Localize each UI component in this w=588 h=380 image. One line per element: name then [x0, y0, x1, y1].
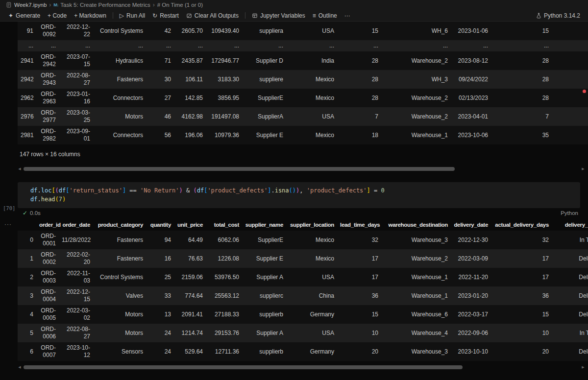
- table-cell: 17: [491, 268, 552, 286]
- scroll-right-arrow[interactable]: ▶: [580, 166, 586, 172]
- table-cell: Fasteners: [93, 70, 146, 89]
- table-cell: ...: [93, 40, 146, 51]
- table-cell: 196.06: [174, 126, 206, 144]
- table-cell: 18: [337, 126, 381, 144]
- table-cell: USA: [286, 22, 337, 40]
- table-cell: 53976.50: [206, 268, 242, 286]
- dataframe-output-container: ··· order_idorder_dateproduct_categoryqu…: [0, 219, 588, 361]
- breadcrumb-section[interactable]: M↓ Task 5: Create Performance Metrics: [53, 2, 150, 8]
- table-row: .......................................: [18, 40, 588, 51]
- toolbar-separator: [245, 12, 245, 19]
- table-cell: 2962: [18, 89, 36, 107]
- table-cell: 17: [491, 249, 552, 268]
- table-cell: Supplier A: [242, 268, 286, 286]
- table-cell: 2022-12-22: [59, 22, 93, 40]
- breadcrumb-cell[interactable]: # On Time (1 or 0): [157, 2, 203, 8]
- scrollbar-thumb[interactable]: [24, 365, 463, 369]
- restart-kernel-button[interactable]: ↻ Restart: [149, 11, 182, 20]
- table-cell: 29153.76: [206, 324, 242, 342]
- outline-icon: ≡: [313, 13, 316, 19]
- table-cell: 5: [18, 324, 36, 342]
- table-cell: ...: [146, 40, 174, 51]
- code-editor[interactable]: df.loc[(df['return_status'] == 'No Retur…: [18, 182, 580, 208]
- table-cell: Supplier A: [242, 324, 286, 342]
- column-header: product_category: [93, 219, 146, 231]
- column-header: unit_price: [174, 219, 206, 231]
- table-cell: 28: [337, 70, 381, 89]
- run-all-label: Run All: [126, 12, 145, 19]
- table-cell: 20: [337, 342, 381, 361]
- scrollbar-thumb[interactable]: [24, 167, 455, 171]
- table-cell: 2023-03-25: [59, 107, 93, 126]
- table-cell: Fasteners: [93, 249, 146, 268]
- table-cell: 2023-04-01: [451, 107, 491, 126]
- table-cell: ORD-0005: [36, 305, 59, 324]
- table-cell: Warehouse_1: [381, 286, 451, 305]
- sparkle-icon: ✦: [8, 13, 13, 19]
- cell-language-picker[interactable]: Python: [561, 210, 580, 216]
- column-header: supplier_name: [242, 219, 286, 231]
- table-cell: 28: [491, 89, 552, 107]
- more-actions-button[interactable]: ···: [341, 12, 354, 20]
- table-cell: ...: [286, 40, 337, 51]
- table-row: 2ORD-00032022-11-03Control Systems252159…: [18, 268, 588, 286]
- table-cell: ORD-0002: [36, 249, 59, 268]
- table-cell: 2022-03-02: [59, 305, 93, 324]
- outline-button[interactable]: ≡ Outline: [309, 11, 341, 20]
- table-cell: ORD-0092: [36, 22, 59, 40]
- kernel-picker[interactable]: Python 3.14.2: [533, 11, 583, 20]
- table-cell: 25563.12: [206, 286, 242, 305]
- add-markdown-cell-button[interactable]: + Markdown: [71, 11, 110, 20]
- scroll-left-arrow[interactable]: ◀: [17, 364, 23, 370]
- restart-icon: ↻: [152, 13, 157, 19]
- table-cell: Warehouse_4: [381, 324, 451, 342]
- table-cell: 1: [18, 249, 36, 268]
- breadcrumb: Week7.ipynb › M↓ Task 5: Create Performa…: [0, 0, 588, 10]
- table-cell: 28: [491, 51, 552, 70]
- breadcrumb-file[interactable]: Week7.ipynb: [14, 2, 47, 8]
- table-cell: 1214.74: [174, 324, 206, 342]
- table-row: 91ORD-00922022-12-22Control Systems42260…: [18, 22, 588, 40]
- column-header: warehouse_destination: [381, 219, 451, 231]
- generate-button[interactable]: ✦ Generate: [5, 11, 44, 20]
- notebook-content: 91ORD-00922022-12-22Control Systems42260…: [0, 22, 588, 380]
- table-cell: ...: [242, 40, 286, 51]
- table-cell: 6: [18, 342, 36, 361]
- table-cell: 25: [146, 268, 174, 286]
- add-code-cell-button[interactable]: + Code: [44, 11, 70, 20]
- table-cell: 2022-02-20: [59, 249, 93, 268]
- table-cell: 2023-10-12: [59, 342, 93, 361]
- run-all-button[interactable]: ▷ Run All: [116, 11, 148, 20]
- table-cell: 2435.87: [174, 51, 206, 70]
- table-cell: 27188.33: [206, 305, 242, 324]
- table-cell: 2023-10-06: [451, 126, 491, 144]
- clear-all-outputs-button[interactable]: Clear All Outputs: [183, 11, 242, 20]
- table-cell: 56: [146, 126, 174, 144]
- table-cell: 20: [491, 342, 552, 361]
- kernel-label: Python 3.14.2: [544, 12, 580, 19]
- table-cell: 2023-01-16: [59, 89, 93, 107]
- table-cell: 64.49: [174, 231, 206, 249]
- table-cell: 4: [18, 305, 36, 324]
- table-cell: 109439.40: [206, 22, 242, 40]
- scroll-left-arrow[interactable]: ◀: [17, 166, 23, 172]
- table-cell: 33: [146, 286, 174, 305]
- kernel-flask-icon: [536, 13, 541, 19]
- table-cell: Warehouse_6: [381, 305, 451, 324]
- table-cell: suppliere: [242, 70, 286, 89]
- table-cell: 24: [146, 324, 174, 342]
- table-cell: ...: [491, 40, 552, 51]
- notebook-file-icon: [6, 2, 12, 8]
- table-cell: ...: [451, 40, 491, 51]
- table-cell: 17: [337, 268, 381, 286]
- table-cell: Mexico: [286, 70, 337, 89]
- table-cell: 2023-08-12: [451, 51, 491, 70]
- table-cell: Connectors: [93, 89, 146, 107]
- scroll-right-arrow[interactable]: ▶: [580, 364, 586, 370]
- markdown-icon: M↓: [53, 2, 58, 7]
- output-more-icon[interactable]: ···: [4, 221, 12, 228]
- table-cell: Connectors: [93, 126, 146, 144]
- play-icon: ▷: [120, 13, 124, 19]
- execution-time: 0.0s: [30, 210, 41, 216]
- jupyter-variables-button[interactable]: Jupyter Variables: [248, 11, 309, 20]
